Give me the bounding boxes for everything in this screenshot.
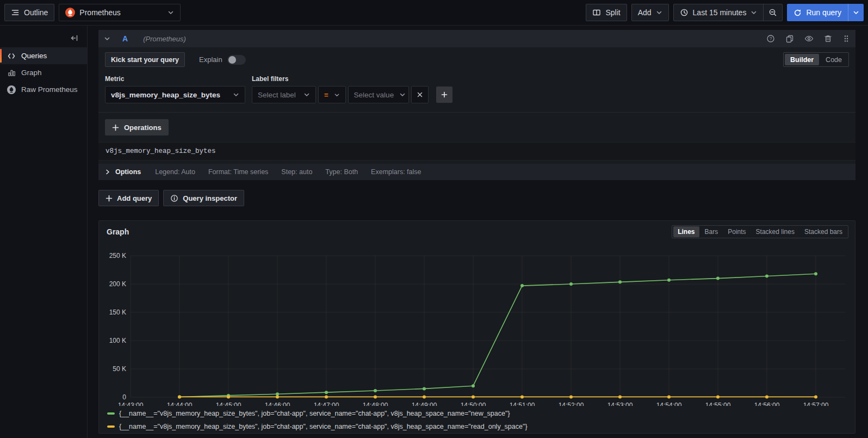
add-button[interactable]: Add bbox=[631, 4, 669, 21]
zoom-out-button[interactable] bbox=[764, 4, 783, 21]
operations-button[interactable]: Operations bbox=[105, 119, 169, 135]
drag-handle-icon[interactable] bbox=[842, 34, 850, 43]
data-point[interactable] bbox=[325, 395, 328, 398]
data-point[interactable] bbox=[618, 280, 622, 283]
legend-item[interactable]: {__name__="v8js_memory_heap_size_bytes",… bbox=[106, 407, 848, 420]
explain-toggle[interactable] bbox=[227, 55, 246, 65]
x-axis-tick-label: 14:54:00 bbox=[656, 402, 682, 406]
run-query-dropdown[interactable] bbox=[848, 4, 864, 21]
y-axis-tick-label: 200 K bbox=[109, 280, 126, 288]
metric-filters-row: Metric v8js_memory_heap_size_bytes Label… bbox=[98, 72, 855, 112]
collapse-query-icon[interactable] bbox=[104, 35, 110, 42]
run-query-button[interactable]: Run query bbox=[787, 4, 864, 21]
split-icon bbox=[592, 8, 601, 17]
data-point[interactable] bbox=[814, 272, 817, 275]
series-line-0 bbox=[179, 274, 816, 397]
data-point[interactable] bbox=[569, 282, 573, 286]
metric-select[interactable]: v8js_memory_heap_size_bytes bbox=[105, 86, 245, 103]
data-point[interactable] bbox=[520, 284, 524, 287]
data-point[interactable] bbox=[325, 391, 328, 394]
data-point[interactable] bbox=[667, 279, 671, 282]
data-point[interactable] bbox=[716, 277, 720, 280]
options-toggle[interactable]: Options bbox=[105, 168, 141, 176]
data-point[interactable] bbox=[520, 395, 524, 398]
x-axis-tick-label: 14:57:00 bbox=[803, 402, 829, 406]
data-point[interactable] bbox=[227, 395, 230, 398]
explain-control: Explain bbox=[199, 55, 246, 65]
time-range-picker[interactable]: Last 15 minutes bbox=[673, 4, 764, 21]
view-mode-points[interactable]: Points bbox=[723, 226, 750, 237]
data-point[interactable] bbox=[423, 387, 426, 390]
query-inspector-button[interactable]: Query inspector bbox=[163, 190, 244, 206]
edit-mode-code[interactable]: Code bbox=[820, 54, 847, 65]
sidebar-item-queries[interactable]: Queries bbox=[0, 47, 87, 64]
view-mode-lines[interactable]: Lines bbox=[673, 226, 699, 237]
help-icon[interactable]: ? bbox=[766, 34, 775, 43]
add-filter-button[interactable] bbox=[436, 87, 452, 103]
view-mode-stacked-bars[interactable]: Stacked bars bbox=[800, 226, 847, 237]
graph-panel: Graph LinesBarsPointsStacked linesStacke… bbox=[98, 220, 855, 434]
prometheus-logo-icon bbox=[65, 8, 75, 17]
bar-chart-icon bbox=[7, 69, 16, 77]
collapse-sidebar-button[interactable] bbox=[67, 31, 82, 45]
select-value-dropdown[interactable]: Select value bbox=[348, 86, 409, 103]
x-axis-tick-label: 14:55:00 bbox=[705, 402, 731, 406]
x-axis-tick-label: 14:44:00 bbox=[167, 402, 193, 406]
edit-mode-builder[interactable]: Builder bbox=[785, 54, 819, 65]
view-mode-stacked-lines[interactable]: Stacked lines bbox=[752, 226, 799, 237]
view-mode-group: LinesBarsPointsStacked linesStacked bars bbox=[672, 225, 848, 238]
sidebar-item-label: Graph bbox=[21, 69, 42, 77]
operator-dropdown[interactable]: = bbox=[318, 86, 346, 103]
add-label: Add bbox=[638, 8, 652, 17]
y-axis-tick-label: 50 K bbox=[113, 365, 126, 373]
sidebar-item-graph[interactable]: Graph bbox=[0, 64, 87, 81]
kick-start-button[interactable]: Kick start your query bbox=[105, 52, 185, 67]
data-point[interactable] bbox=[667, 395, 671, 398]
data-point[interactable] bbox=[716, 395, 720, 398]
data-point[interactable] bbox=[765, 274, 768, 277]
data-point[interactable] bbox=[618, 395, 622, 398]
y-axis-tick-label: 250 K bbox=[109, 252, 126, 260]
toggle-visibility-icon[interactable] bbox=[804, 34, 814, 43]
sidebar-item-raw-prometheus[interactable]: Raw Prometheus bbox=[0, 81, 87, 98]
data-point[interactable] bbox=[765, 395, 768, 398]
options-summary-item: Type: Both bbox=[325, 168, 358, 176]
time-series-chart[interactable]: 050 K100 K150 K200 K250 K14:43:0014:44:0… bbox=[106, 242, 848, 406]
operator-value: = bbox=[324, 91, 328, 99]
query-row-header[interactable]: A (Prometheus) ? bbox=[98, 30, 855, 47]
data-point[interactable] bbox=[814, 395, 817, 398]
run-query-main[interactable]: Run query bbox=[787, 4, 848, 21]
data-point[interactable] bbox=[569, 395, 573, 398]
clock-icon bbox=[680, 8, 689, 17]
edit-mode-group: BuilderCode bbox=[783, 52, 849, 67]
x-axis-tick-label: 14:56:00 bbox=[754, 402, 780, 406]
data-point[interactable] bbox=[423, 395, 426, 398]
legend-item[interactable]: {__name__="v8js_memory_heap_size_bytes",… bbox=[106, 420, 848, 433]
run-query-label: Run query bbox=[806, 8, 841, 17]
chevron-down-icon bbox=[168, 9, 174, 16]
duplicate-query-icon[interactable] bbox=[785, 34, 794, 43]
query-ref-id[interactable]: A bbox=[122, 34, 128, 43]
data-point[interactable] bbox=[374, 395, 377, 398]
x-axis-tick-label: 14:47:00 bbox=[314, 402, 339, 406]
remove-filter-button[interactable] bbox=[411, 86, 429, 103]
options-summary-item: Legend: Auto bbox=[155, 168, 195, 176]
y-axis-tick-label: 0 bbox=[122, 393, 126, 401]
select-label-dropdown[interactable]: Select label bbox=[252, 86, 316, 103]
x-axis-tick-label: 14:46:00 bbox=[265, 402, 290, 406]
query-options-row[interactable]: Options Legend: AutoFormat: Time seriesS… bbox=[98, 164, 855, 180]
data-point[interactable] bbox=[374, 389, 377, 392]
outline-button[interactable]: Outline bbox=[4, 4, 54, 21]
data-point[interactable] bbox=[472, 395, 475, 398]
split-button[interactable]: Split bbox=[586, 4, 627, 21]
view-mode-bars[interactable]: Bars bbox=[700, 226, 723, 237]
delete-query-icon[interactable] bbox=[824, 34, 832, 43]
data-point[interactable] bbox=[276, 395, 279, 398]
datasource-picker[interactable]: Prometheus bbox=[59, 4, 181, 21]
query-actions-row: Add query Query inspector bbox=[98, 190, 855, 206]
prometheus-gray-icon bbox=[7, 85, 16, 94]
add-query-button[interactable]: Add query bbox=[98, 190, 159, 206]
data-point[interactable] bbox=[178, 395, 181, 398]
data-point[interactable] bbox=[472, 384, 475, 387]
x-axis-tick-label: 14:52:00 bbox=[559, 402, 584, 406]
